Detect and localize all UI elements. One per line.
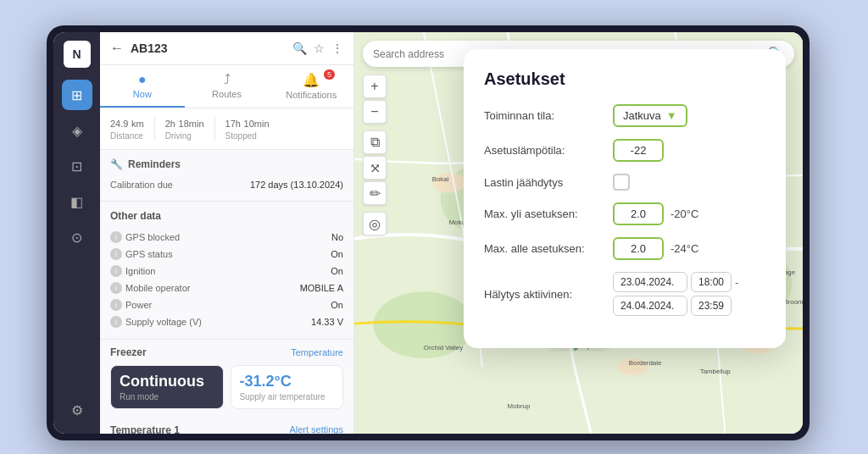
zoom-in-button[interactable]: + bbox=[363, 75, 387, 98]
popup-row-max-yli: Max. yli asetuksen: -20°C bbox=[484, 202, 765, 225]
wrench-icon: 🔧 bbox=[110, 158, 123, 170]
svg-text:Orchid Valley: Orchid Valley bbox=[424, 344, 463, 352]
sidebar-icon-layers[interactable]: ◧ bbox=[62, 186, 92, 217]
sidebar-icon-map[interactable]: ◈ bbox=[62, 115, 92, 146]
supply-voltage-row: i Supply voltage (V) 14.33 V bbox=[110, 313, 343, 330]
tablet-frame: N ⊞ ◈ ⊡ ◧ ⊙ ⚙ ← AB123 🔍 ☆ ⋮ bbox=[47, 25, 810, 440]
supply-voltage-label: i Supply voltage (V) bbox=[110, 316, 202, 328]
stopped-value: 17h 10min bbox=[225, 117, 270, 130]
mobile-operator-label: i Mobile operator bbox=[110, 282, 190, 294]
distance-value: 24.9 km bbox=[110, 117, 144, 130]
power-label: i Power bbox=[110, 299, 152, 311]
freezer-title: Freezer bbox=[110, 346, 147, 358]
gps-blocked-value: No bbox=[331, 232, 343, 242]
popup-row-toiminnan: Toiminnan tila: Jatkuva ▼ bbox=[484, 104, 765, 127]
max-yli-input[interactable] bbox=[613, 202, 664, 225]
route-button[interactable]: ⤧ bbox=[363, 156, 387, 180]
temperature1-section: Temperature 1 Alert settings -22°C Set t… bbox=[100, 418, 353, 434]
max-yli-label: Max. yli asetuksen: bbox=[484, 208, 603, 220]
freezer-header: Freezer Temperature bbox=[100, 340, 353, 362]
max-yli-control: -20°C bbox=[613, 202, 765, 225]
lastin-label: Lastin jäähdytys bbox=[484, 176, 603, 189]
freezer-card-temp: -31.2°C Supply air temperature bbox=[231, 365, 344, 409]
ignition-label: i Ignition bbox=[110, 265, 155, 277]
tab-now[interactable]: ● Now bbox=[100, 65, 185, 108]
gps-status-value: On bbox=[331, 249, 343, 259]
sidebar-icon-user[interactable]: ⊙ bbox=[62, 222, 92, 252]
dropdown-arrow-icon: ▼ bbox=[666, 109, 677, 122]
layers-button[interactable]: ⧉ bbox=[363, 130, 387, 154]
halytys-time2-input[interactable] bbox=[691, 296, 732, 316]
panel-title: AB123 bbox=[131, 42, 286, 55]
info-dot-6: i bbox=[110, 316, 122, 328]
stats-row: 24.9 km Distance 2h 18min Driving 17h 10… bbox=[100, 108, 353, 150]
temperature-link[interactable]: Temperature bbox=[291, 347, 343, 357]
recenter-button[interactable]: ◎ bbox=[363, 212, 387, 235]
max-alle-control: -24°C bbox=[613, 237, 765, 260]
halytys-date1-input[interactable] bbox=[613, 272, 687, 292]
halytys-control: - bbox=[613, 272, 765, 316]
tablet-inner: N ⊞ ◈ ⊡ ◧ ⊙ ⚙ ← AB123 🔍 ☆ ⋮ bbox=[53, 32, 803, 434]
svg-text:Tambellup: Tambellup bbox=[700, 368, 732, 375]
panel-header-icons: 🔍 ☆ ⋮ bbox=[292, 42, 343, 55]
halytys-label: Hälytys aktiivinen: bbox=[484, 288, 603, 301]
toiminnan-label: Toiminnan tila: bbox=[484, 109, 603, 122]
tab-routes-icon: ⤴ bbox=[188, 72, 266, 87]
info-dot-1: i bbox=[110, 231, 122, 243]
svg-text:Borderdale: Borderdale bbox=[629, 359, 662, 367]
max-yli-unit: -20°C bbox=[670, 208, 698, 220]
sidebar-icon-truck[interactable]: ⊡ bbox=[62, 151, 92, 181]
ignition-value: On bbox=[331, 266, 343, 276]
max-alle-input[interactable] bbox=[613, 237, 664, 260]
calibration-label: Calibration due bbox=[110, 180, 173, 190]
sidebar-icon-grid[interactable]: ⊞ bbox=[62, 80, 92, 110]
info-dot-3: i bbox=[110, 265, 122, 277]
max-alle-label: Max. alle asetuksen: bbox=[484, 242, 603, 255]
tab-notifications-label: Notifications bbox=[286, 90, 337, 100]
left-panel: ← AB123 🔍 ☆ ⋮ ● Now ⤴ Routes bbox=[100, 32, 354, 434]
reminders-section: 🔧 Reminders Calibration due 172 days (13… bbox=[100, 150, 353, 202]
info-dot-5: i bbox=[110, 299, 122, 311]
popup-row-halytys: Hälytys aktiivinen: - bbox=[484, 272, 765, 316]
search-icon[interactable]: 🔍 bbox=[292, 42, 307, 55]
sidebar-icon-settings[interactable]: ⚙ bbox=[62, 395, 92, 425]
halytys-time1-input[interactable] bbox=[691, 272, 732, 292]
lastin-control bbox=[613, 174, 765, 191]
popup-title: Asetukset bbox=[484, 69, 765, 89]
lastin-checkbox[interactable] bbox=[613, 174, 630, 191]
power-row: i Power On bbox=[110, 296, 343, 313]
zoom-out-button[interactable]: − bbox=[363, 100, 387, 124]
app-logo: N bbox=[64, 41, 91, 68]
alert-settings-link[interactable]: Alert settings bbox=[289, 424, 343, 434]
map-controls: + − ⧉ ⤧ ✏ ◎ bbox=[363, 75, 387, 235]
edit-button[interactable]: ✏ bbox=[363, 181, 387, 205]
more-icon[interactable]: ⋮ bbox=[331, 42, 343, 55]
panel-header: ← AB123 🔍 ☆ ⋮ bbox=[100, 32, 353, 65]
date-separator: - bbox=[735, 276, 738, 289]
stat-divider-2 bbox=[214, 117, 215, 141]
back-button[interactable]: ← bbox=[110, 41, 124, 56]
gps-status-row: i GPS status On bbox=[110, 246, 343, 263]
distance-label: Distance bbox=[110, 131, 144, 141]
supply-air-label: Supply air temperature bbox=[240, 392, 335, 401]
notifications-badge: 5 bbox=[324, 69, 335, 80]
supply-voltage-value: 14.33 V bbox=[311, 317, 343, 327]
popup-row-max-alle: Max. alle asetuksen: -24°C bbox=[484, 237, 765, 260]
toiminnan-control: Jatkuva ▼ bbox=[613, 104, 765, 127]
supply-air-value: -31.2°C bbox=[240, 373, 335, 390]
driving-value: 2h 18min bbox=[165, 117, 204, 130]
stopped-label: Stopped bbox=[225, 131, 270, 141]
settings-popup: Asetukset Toiminnan tila: Jatkuva ▼ Aset… bbox=[464, 49, 786, 348]
tab-notifications[interactable]: 🔔 Notifications 5 bbox=[269, 65, 353, 108]
star-icon[interactable]: ☆ bbox=[314, 42, 325, 55]
ignition-row: i Ignition On bbox=[110, 263, 343, 280]
asetuslampo-input[interactable] bbox=[613, 139, 664, 162]
map-area: Duranillin Bokal Beaufort River Mokup Bo… bbox=[354, 32, 803, 434]
mobile-operator-value: MOBILE A bbox=[300, 283, 343, 293]
gps-status-label: i GPS status bbox=[110, 248, 173, 260]
reminders-title: 🔧 Reminders bbox=[110, 158, 343, 170]
toiminnan-select[interactable]: Jatkuva ▼ bbox=[613, 104, 687, 127]
tab-routes[interactable]: ⤴ Routes bbox=[185, 65, 270, 108]
halytys-date2-input[interactable] bbox=[613, 296, 687, 316]
other-data-title: Other data bbox=[110, 210, 343, 222]
